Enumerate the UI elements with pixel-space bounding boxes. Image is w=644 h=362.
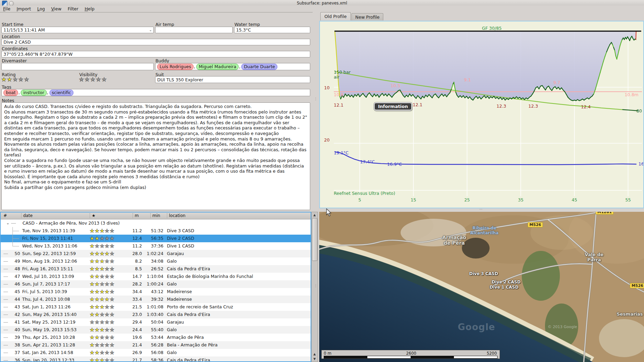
- vertical-splitter[interactable]: ⋮: [314, 284, 318, 288]
- location-field[interactable]: Dive 2 CASD: [1, 39, 310, 45]
- star-icon: ★: [90, 296, 95, 302]
- menu-log[interactable]: Log: [34, 6, 48, 12]
- horizontal-splitter[interactable]: ⋯: [479, 207, 483, 211]
- star-icon: ★: [110, 311, 115, 318]
- dive-depth: 21.7: [121, 356, 142, 362]
- svg-text:Reefnet Sensus Ultra (Preto): Reefnet Sensus Ultra (Preto): [334, 191, 395, 196]
- menu-import[interactable]: Import: [14, 6, 34, 12]
- scroll-up-icon[interactable]: ▲: [312, 212, 317, 217]
- tab-old-profile[interactable]: Old Profile: [320, 12, 351, 20]
- star-icon: ★: [95, 311, 99, 318]
- dive-duration: 53:44: [141, 334, 163, 341]
- dive-row[interactable]: 39Thu, Apr 25, 2013 10:28★★★★★19.653:44A…: [1, 334, 311, 341]
- dive-depth: 34.4: [121, 288, 142, 296]
- dive-row[interactable]: 40Sun, May 19, 2013 15:53★★★★★24.455:40G…: [1, 326, 311, 334]
- menu-filter[interactable]: Filter: [64, 6, 81, 12]
- notes-textarea[interactable]: Aula do curso CASD. Transectos c/video e…: [1, 102, 310, 210]
- svg-text:16.9°C: 16.9°C: [387, 162, 402, 167]
- dive-row[interactable]: 46Sun, Jul 7, 2013 17:17★★★★★28.21:00:24…: [1, 280, 311, 288]
- column-header-date[interactable]: date: [21, 213, 33, 218]
- tags-field[interactable]: boat,instructor,scientific: [1, 89, 310, 96]
- column-header-location[interactable]: location: [167, 213, 186, 218]
- pill-miguel-madureira: Miguel Madureira: [196, 64, 239, 70]
- dive-row[interactable]: 49Mon, Aug 19, 2013 12:06★★★★★8.234:08Ga…: [1, 257, 311, 265]
- star-icon: ★: [100, 296, 105, 302]
- buddy-field[interactable]: Luís Rodrigues,Miguel Madureira,Duarte D…: [155, 63, 310, 70]
- scrollbar-thumb[interactable]: [312, 218, 317, 261]
- star-icon: ★: [100, 311, 105, 318]
- chevron-expanded-icon[interactable]: ⌄: [6, 219, 9, 227]
- star-icon: ★: [105, 342, 109, 348]
- column-header-depth[interactable]: m: [133, 213, 139, 218]
- dive-duration: 55:40: [141, 326, 163, 334]
- dive-row[interactable]: 44Thu, Jul 4, 2013 10:08★★★★★33.439:32Ma…: [1, 296, 311, 303]
- suit-field[interactable]: DUI TLS 350 Explorer: [155, 76, 310, 83]
- dive-row[interactable]: 43Sat, Jun 1, 2013 11:26★★★★★21.51:01:08…: [1, 303, 311, 311]
- star-icon: ★: [95, 319, 99, 325]
- dive-depth: 12.4: [121, 235, 142, 242]
- dive-row[interactable]: 47Wed, Jul 10, 2013 13:09★★★★★14.71:10:0…: [1, 273, 311, 280]
- map-watermark: Google: [458, 322, 495, 332]
- star-icon: ★: [100, 258, 105, 264]
- dive-location: Garajau: [167, 318, 184, 326]
- column-header-stars[interactable]: ★: [90, 213, 96, 218]
- dive-row[interactable]: Fri, Nov 15, 2013 11:41★★★★★12.456:35Div…: [1, 235, 311, 242]
- dive-date: Mon, Aug 19, 2013 12:06: [22, 257, 77, 265]
- star-icon: ★: [95, 258, 99, 264]
- scale-segments: [324, 356, 498, 359]
- water-temp-field[interactable]: 15.3°C: [234, 27, 310, 33]
- star-icon: ★: [105, 273, 109, 280]
- svg-text:25: 25: [464, 197, 470, 202]
- svg-text:GF 30/85: GF 30/85: [482, 26, 502, 31]
- dive-row[interactable]: 45Fri, Jul 5, 2013 10:39★★★★★34.443:12Ma…: [1, 288, 311, 296]
- column-header-num[interactable]: #: [3, 213, 7, 218]
- dive-depth: 21.5: [121, 303, 142, 311]
- star-icon: ★: [95, 266, 99, 272]
- dive-row[interactable]: Tue, Nov 19, 2013 11:39★★★★★11.251:32Div…: [1, 227, 311, 235]
- dive-number: 44: [12, 296, 20, 303]
- scale-right: 5200: [487, 351, 497, 356]
- star-icon: ★: [90, 350, 95, 356]
- rating-stars[interactable]: ★★★★★: [1, 76, 30, 83]
- pill-scientific: scientific: [50, 90, 74, 96]
- air-temp-field[interactable]: [155, 27, 233, 33]
- star-icon: ★: [110, 258, 115, 264]
- dive-rating: ★★★★★: [90, 250, 115, 258]
- svg-text:17.4°C: 17.4°C: [360, 159, 375, 164]
- start-time-combo[interactable]: 11/15/13 11:41 AM ⌄: [1, 27, 154, 33]
- star-icon: ★: [95, 273, 99, 280]
- dive-duration: 1:02:24: [141, 250, 163, 257]
- scroll-up-icon[interactable]: ▲: [312, 352, 317, 356]
- dive-row[interactable]: 36Sun, Jan 20, 2013 12:33★★★★★21.758:36C…: [1, 356, 311, 362]
- star-icon: ★: [95, 289, 99, 295]
- dive-row[interactable]: 37Sat, Jan 26, 2013 14:58★★★★★26.956:08G…: [1, 349, 311, 356]
- dive-row[interactable]: 48Fri, Aug 16, 2013 15:11★★★★★8.526:52Ca…: [1, 265, 311, 273]
- dive-location: Porto de recreio de Santa Cruz: [167, 303, 233, 311]
- menu-help[interactable]: Help: [81, 6, 98, 12]
- dive-row[interactable]: 50Sun, Sep 22, 2013 12:59★★★★★28.01:02:2…: [1, 250, 311, 257]
- dive-depth: 8.5: [121, 265, 142, 273]
- dive-location: Dive 3 CASD: [167, 227, 194, 235]
- menu-file[interactable]: File: [0, 6, 14, 12]
- coordinates-field[interactable]: 37°05'23.460"N 8°20'47.879"W: [1, 51, 310, 57]
- trip-group-row[interactable]: ⌄CASD - Armação de Pêra, Nov 2013 (3 div…: [1, 219, 311, 227]
- dive-date: Wed, Jul 10, 2013 13:09: [22, 273, 74, 280]
- dive-row[interactable]: 41Sat, May 25, 2013 12:19★★★★★29.450:04G…: [1, 318, 311, 326]
- scroll-down-icon[interactable]: ▼: [312, 356, 317, 361]
- dive-site-map[interactable]: Armação de PêraRibeira de AlcantarilhaVa…: [319, 212, 644, 362]
- chevron-down-icon[interactable]: ⌄: [149, 28, 152, 32]
- dive-row[interactable]: Wed, Nov 13, 2013 11:06★★★★★11.237:36Div…: [1, 242, 311, 250]
- dive-row[interactable]: 42Sun, May 26, 2013 15:40★★★★★23.01:03:4…: [1, 311, 311, 318]
- vertical-splitter[interactable]: ⋮: [314, 97, 318, 101]
- visibility-stars[interactable]: ★★★★★: [79, 76, 107, 83]
- menu-view[interactable]: View: [48, 6, 65, 12]
- dive-depth: 11.2: [121, 242, 142, 250]
- column-header-min[interactable]: min: [150, 213, 160, 218]
- star-icon: ★: [100, 273, 105, 280]
- tab-new-profile[interactable]: New Profile: [351, 13, 383, 20]
- dive-rating: ★★★★★: [90, 334, 115, 342]
- svg-text:15: 15: [411, 197, 416, 202]
- information-button[interactable]: Information: [374, 102, 412, 110]
- divemaster-field[interactable]: [1, 63, 154, 70]
- dive-row[interactable]: 38Sun, Apr 21, 2013 11:28★★★★★21.456:28B…: [1, 341, 311, 349]
